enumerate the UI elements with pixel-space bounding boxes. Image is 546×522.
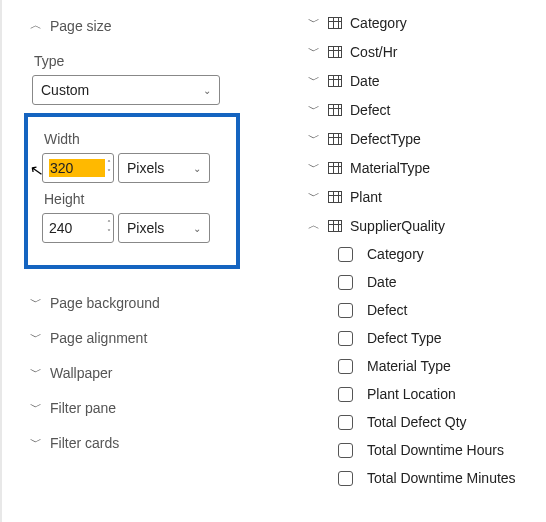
height-unit-value: Pixels <box>127 220 164 236</box>
width-stepper[interactable]: ˄˅ <box>107 159 111 177</box>
width-input[interactable]: 320 ˄˅ <box>42 153 114 183</box>
format-pane: ︿ Page size Type Custom ⌄ ↖ Width 320 ˄˅ <box>0 0 300 522</box>
section-label: Wallpaper <box>50 365 113 381</box>
checkbox[interactable] <box>338 275 353 290</box>
column-name: Plant Location <box>367 386 456 402</box>
section-label: Filter cards <box>50 435 119 451</box>
table-category[interactable]: ﹀Category <box>308 8 546 37</box>
table-icon <box>328 191 342 203</box>
table-date[interactable]: ﹀Date <box>308 66 546 95</box>
column-name: Category <box>367 246 424 262</box>
column-total-defect-qty[interactable]: Total Defect Qty <box>308 408 546 436</box>
type-dropdown[interactable]: Custom ⌄ <box>32 75 220 105</box>
chevron-down-icon: ﹀ <box>308 130 320 147</box>
checkbox[interactable] <box>338 415 353 430</box>
chevron-down-icon: ﹀ <box>30 434 42 451</box>
section-label: Page size <box>50 18 111 34</box>
column-date[interactable]: Date <box>308 268 546 296</box>
chevron-down-icon: ﹀ <box>30 329 42 346</box>
column-material-type[interactable]: Material Type <box>308 352 546 380</box>
section-label: Page background <box>50 295 160 311</box>
table-name: DefectType <box>350 131 421 147</box>
column-total-downtime-minutes[interactable]: Total Downtime Minutes <box>308 464 546 492</box>
table-defecttype[interactable]: ﹀DefectType <box>308 124 546 153</box>
chevron-down-icon: ⌄ <box>203 85 211 96</box>
table-name: Plant <box>350 189 382 205</box>
chevron-down-icon: ﹀ <box>30 294 42 311</box>
table-icon <box>328 46 342 58</box>
height-unit-dropdown[interactable]: Pixels ⌄ <box>118 213 210 243</box>
table-name: Category <box>350 15 407 31</box>
fields-pane: ﹀Category﹀Cost/Hr﹀Date﹀Defect﹀DefectType… <box>300 0 546 522</box>
column-name: Total Downtime Hours <box>367 442 504 458</box>
column-defect-type[interactable]: Defect Type <box>308 324 546 352</box>
checkbox[interactable] <box>338 443 353 458</box>
column-name: Defect Type <box>367 330 441 346</box>
table-name: Cost/Hr <box>350 44 397 60</box>
chevron-down-icon: ⌄ <box>193 223 201 234</box>
column-name: Total Downtime Minutes <box>367 470 516 486</box>
width-unit-dropdown[interactable]: Pixels ⌄ <box>118 153 210 183</box>
type-label: Type <box>34 53 300 69</box>
table-icon <box>328 17 342 29</box>
chevron-down-icon: ﹀ <box>308 188 320 205</box>
type-value: Custom <box>41 82 89 98</box>
chevron-down-icon: ﹀ <box>308 101 320 118</box>
width-label: Width <box>44 131 224 147</box>
table-supplierquality[interactable]: ︿SupplierQuality <box>308 211 546 240</box>
page-size-body: Type Custom ⌄ ↖ Width 320 ˄˅ Pixels <box>30 43 300 285</box>
table-icon <box>328 75 342 87</box>
table-name: MaterialType <box>350 160 430 176</box>
width-value: 320 <box>49 159 105 177</box>
table-icon <box>328 220 342 232</box>
table-materialtype[interactable]: ﹀MaterialType <box>308 153 546 182</box>
width-height-highlight: ↖ Width 320 ˄˅ Pixels ⌄ Height 240 <box>24 113 240 269</box>
chevron-down-icon: ﹀ <box>308 43 320 60</box>
table-name: Defect <box>350 102 390 118</box>
section-label: Page alignment <box>50 330 147 346</box>
section-label: Filter pane <box>50 400 116 416</box>
chevron-up-icon: ︿ <box>30 17 42 34</box>
section-filter-cards[interactable]: ﹀Filter cards <box>30 425 300 460</box>
column-category[interactable]: Category <box>308 240 546 268</box>
column-name: Material Type <box>367 358 451 374</box>
section-page-background[interactable]: ﹀Page background <box>30 285 300 320</box>
section-page-alignment[interactable]: ﹀Page alignment <box>30 320 300 355</box>
table-costhr[interactable]: ﹀Cost/Hr <box>308 37 546 66</box>
chevron-down-icon: ﹀ <box>308 14 320 31</box>
table-icon <box>328 133 342 145</box>
height-input[interactable]: 240 ˄˅ <box>42 213 114 243</box>
chevron-down-icon: ﹀ <box>308 72 320 89</box>
checkbox[interactable] <box>338 331 353 346</box>
checkbox[interactable] <box>338 303 353 318</box>
column-defect[interactable]: Defect <box>308 296 546 324</box>
checkbox[interactable] <box>338 247 353 262</box>
column-name: Defect <box>367 302 407 318</box>
column-name: Total Defect Qty <box>367 414 467 430</box>
height-label: Height <box>44 191 224 207</box>
chevron-down-icon: ⌄ <box>193 163 201 174</box>
table-name: Date <box>350 73 380 89</box>
section-filter-pane[interactable]: ﹀Filter pane <box>30 390 300 425</box>
table-defect[interactable]: ﹀Defect <box>308 95 546 124</box>
column-total-downtime-hours[interactable]: Total Downtime Hours <box>308 436 546 464</box>
section-wallpaper[interactable]: ﹀Wallpaper <box>30 355 300 390</box>
height-stepper[interactable]: ˄˅ <box>107 219 111 237</box>
section-page-size[interactable]: ︿ Page size <box>30 8 300 43</box>
table-plant[interactable]: ﹀Plant <box>308 182 546 211</box>
table-icon <box>328 104 342 116</box>
width-unit-value: Pixels <box>127 160 164 176</box>
chevron-up-icon: ︿ <box>308 217 320 234</box>
checkbox[interactable] <box>338 359 353 374</box>
checkbox[interactable] <box>338 471 353 486</box>
chevron-down-icon: ﹀ <box>30 399 42 416</box>
table-name: SupplierQuality <box>350 218 445 234</box>
column-plant-location[interactable]: Plant Location <box>308 380 546 408</box>
checkbox[interactable] <box>338 387 353 402</box>
chevron-down-icon: ﹀ <box>30 364 42 381</box>
chevron-down-icon: ﹀ <box>308 159 320 176</box>
table-icon <box>328 162 342 174</box>
column-name: Date <box>367 274 397 290</box>
height-value: 240 <box>49 220 105 236</box>
